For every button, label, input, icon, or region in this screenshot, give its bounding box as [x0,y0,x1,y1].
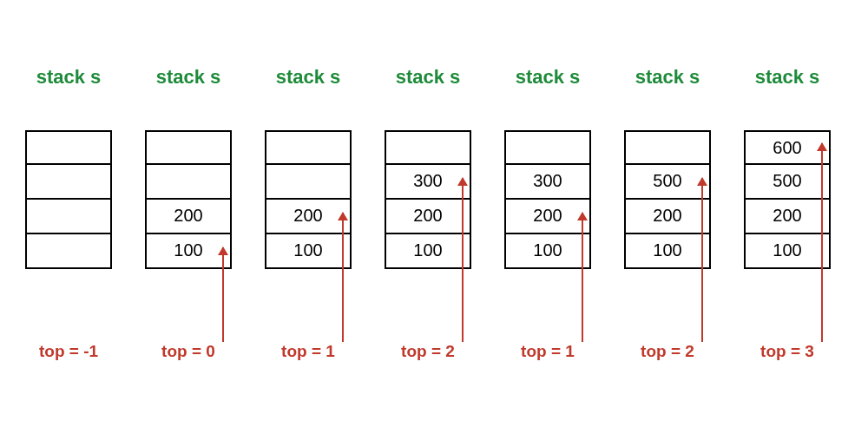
top-caption: top = 1 [496,342,600,361]
stack-title: stack s [620,66,715,89]
top-pointer-arrow [222,247,224,342]
top-pointer-arrow [701,178,703,342]
stack-cell [624,130,711,165]
stack-cell [145,130,232,165]
stack-cell [504,130,591,165]
stack-cell [385,130,471,165]
stack-cell: 100 [265,234,352,269]
stack-box: 200100 [265,130,352,269]
stack-title: stack s [260,66,356,89]
top-caption: top = 2 [615,342,720,361]
stack-box: 600500200100 [744,130,831,269]
stack-box [25,130,112,269]
top-caption: top = 0 [136,342,240,361]
stack-title: stack s [141,66,236,89]
stack-title: stack s [500,66,595,89]
stack-cell: 100 [504,234,591,269]
stack-box: 300200100 [504,130,591,269]
stack-cell: 200 [385,200,471,234]
stack-box: 500200100 [624,130,711,269]
stack-cell: 300 [504,165,591,200]
stack-cell: 100 [385,234,471,269]
stack-cell [265,165,352,200]
stack-diagram-canvas: stack stop = -1stack s200100top = 0stack… [0,0,868,434]
stack-cell: 100 [624,234,711,269]
stack-cell: 200 [145,200,232,234]
stack-title: stack s [21,66,116,89]
stack-title: stack s [380,66,476,89]
stack-cell [265,130,352,165]
top-pointer-arrow [462,178,464,342]
stack-cell [25,234,112,269]
top-caption: top = 1 [256,342,360,361]
top-caption: top = -1 [16,342,121,361]
stack-cell [25,165,112,200]
stack-cell: 200 [624,200,711,234]
top-caption: top = 2 [376,342,480,361]
top-pointer-arrow [582,213,583,342]
stack-box: 300200100 [385,130,471,269]
stack-cell [25,200,112,234]
stack-title: stack s [740,66,835,89]
stack-cell: 200 [744,200,831,234]
top-pointer-arrow [821,143,823,342]
stack-cell: 100 [744,234,831,269]
stack-cell [145,165,232,200]
stack-cell: 500 [744,165,831,200]
top-caption: top = 3 [735,342,839,361]
stack-cell [25,130,112,165]
top-pointer-arrow [342,213,344,342]
